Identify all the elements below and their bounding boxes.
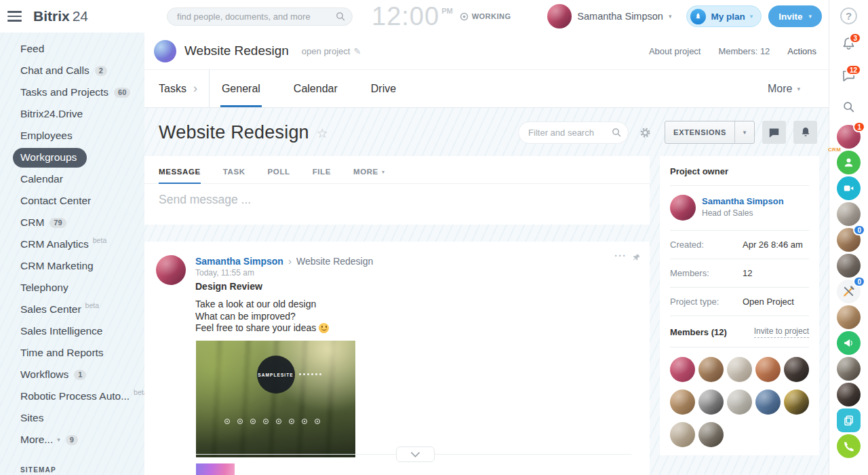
member-avatar[interactable] <box>727 390 752 415</box>
post-target-link[interactable]: Website Redesign <box>296 256 373 267</box>
message-input[interactable] <box>144 184 650 216</box>
global-search-input[interactable] <box>167 7 353 26</box>
sidebar-item-chat-and-calls[interactable]: Chat and Calls2 <box>0 60 144 81</box>
member-avatar[interactable] <box>698 357 724 382</box>
members-grid <box>670 347 809 447</box>
sidebar-item-calendar[interactable]: Calendar <box>0 168 144 190</box>
sidebar-item-contact-center[interactable]: Contact Center <box>0 190 144 212</box>
extensions-button[interactable]: EXTENSIONS ▾ <box>665 121 755 144</box>
clipboard-button[interactable] <box>837 408 861 432</box>
recent-contact[interactable] <box>837 383 861 406</box>
notifications-button[interactable]: 3 <box>841 36 856 52</box>
about-project-link[interactable]: About project <box>649 46 701 56</box>
member-avatar[interactable] <box>784 357 809 382</box>
invite-button[interactable]: Invite ▾ <box>768 5 822 27</box>
help-button[interactable]: ? <box>840 7 857 24</box>
recent-contact[interactable] <box>837 202 861 226</box>
user-menu[interactable]: Samantha Simpson ▾ <box>547 4 671 28</box>
project-type-link[interactable]: open project ✎ <box>302 46 361 56</box>
actions-link[interactable]: Actions <box>787 46 816 56</box>
tab-general[interactable]: General <box>220 70 262 107</box>
workgroup-header-row: Website Redesign ☆ EXTENSIONS ▾ <box>159 120 817 145</box>
owner-avatar[interactable] <box>670 195 696 221</box>
telephony-button[interactable] <box>837 434 861 458</box>
notification-badge: 12 <box>846 64 861 75</box>
burger-bar <box>7 11 22 13</box>
pin-icon[interactable] <box>631 252 642 263</box>
recent-contact[interactable]: 1 <box>837 125 861 149</box>
member-avatar[interactable] <box>727 357 752 382</box>
sidebar-item-crm[interactable]: CRM79 <box>0 212 144 233</box>
member-avatar[interactable] <box>670 390 695 415</box>
sites-quick-button[interactable]: 0 <box>837 280 861 303</box>
sidebar-item-employees[interactable]: Employees <box>0 125 144 147</box>
composer-tab-task[interactable]: TASK <box>223 168 245 183</box>
post-attachment-partial[interactable] <box>196 463 235 475</box>
samplesite-logo: SAMPLESITE <box>257 356 295 394</box>
sidebar-item-sales-center[interactable]: Sales Centerbeta <box>0 299 144 320</box>
member-avatar[interactable] <box>755 357 781 382</box>
avatar <box>837 305 861 329</box>
recent-contact[interactable]: 0 <box>837 228 861 252</box>
chevron-down-icon[interactable]: ▾ <box>734 121 754 143</box>
announcement-button[interactable] <box>837 331 861 355</box>
member-avatar[interactable] <box>670 422 695 447</box>
tab-tasks[interactable]: Tasks › <box>144 70 209 107</box>
post-image-preview[interactable]: SAMPLESITE <box>196 341 355 457</box>
composer-tab-poll[interactable]: POLL <box>268 168 290 183</box>
post-author-avatar[interactable] <box>156 255 186 285</box>
tab-more[interactable]: More ▾ <box>768 70 800 107</box>
invite-to-project-link[interactable]: Invite to project <box>754 326 809 338</box>
member-avatar[interactable] <box>698 422 724 447</box>
tab-calendar[interactable]: Calendar <box>292 70 339 107</box>
search-button[interactable] <box>842 100 856 114</box>
my-plan-button[interactable]: My plan ▾ <box>686 5 762 27</box>
post-menu-button[interactable]: ··· <box>614 250 627 261</box>
member-avatar[interactable] <box>670 357 695 382</box>
composer-tab-file[interactable]: FILE <box>313 168 331 183</box>
sidebar-item-workflows[interactable]: Workflows1 <box>0 364 144 385</box>
counter-badge: 0 <box>853 225 865 235</box>
tab-drive[interactable]: Drive <box>370 70 397 107</box>
app-logo[interactable]: Bitrix 24 <box>33 8 88 24</box>
messenger-button[interactable]: 12 <box>841 68 856 83</box>
worktime-clock[interactable]: 12:00 PM <box>372 3 453 30</box>
notifications-panel-button[interactable] <box>793 121 817 144</box>
info-row-value: 12 <box>743 268 752 278</box>
sidebar-item-feed[interactable]: Feed <box>0 38 144 60</box>
expand-post-button[interactable] <box>396 446 435 462</box>
chat-panel-button[interactable] <box>762 121 786 144</box>
favorite-star-icon[interactable]: ☆ <box>317 126 328 141</box>
sidebar-item-telephony[interactable]: Telephony <box>0 277 144 299</box>
sidebar-item-crm-analytics[interactable]: CRM Analyticsbeta <box>0 233 144 255</box>
sidebar-item-sales-intelligence[interactable]: Sales Intelligence <box>0 320 144 342</box>
member-avatar[interactable] <box>784 390 809 415</box>
sidebar-item-bitrix24-drive[interactable]: Bitrix24.Drive <box>0 103 144 125</box>
sitemap-link[interactable]: SITEMAP <box>20 466 56 474</box>
post-author-link[interactable]: Samantha Simpson <box>195 256 283 267</box>
sidebar-item-robotic-process-auto[interactable]: Robotic Process Auto...beta <box>0 385 144 407</box>
member-avatar[interactable] <box>698 390 724 415</box>
sidebar-item-sites[interactable]: Sites <box>0 407 144 429</box>
recent-contact[interactable] <box>837 305 861 329</box>
sidebar-item-more[interactable]: More...▾9 <box>0 429 144 451</box>
video-call-button[interactable] <box>837 176 861 200</box>
sidebar-item-workgroups[interactable]: Workgroups <box>13 148 87 168</box>
composer-tab-message[interactable]: MESSAGE <box>159 168 201 183</box>
sidebar-item-crm-marketing[interactable]: CRM Marketing <box>0 255 144 277</box>
sidebar-item-time-and-reports[interactable]: Time and Reports <box>0 342 144 364</box>
owner-name-link[interactable]: Samantha Simpson <box>702 196 784 206</box>
members-count-link[interactable]: Members: 12 <box>718 46 770 56</box>
work-status[interactable]: WORKING <box>460 12 511 21</box>
member-avatar[interactable] <box>755 390 781 415</box>
settings-gear-icon[interactable] <box>639 126 652 139</box>
sidebar-item-tasks-and-projects[interactable]: Tasks and Projects60 <box>0 81 144 103</box>
composer-tab-more[interactable]: MORE▾ <box>353 168 385 183</box>
crm-quick-button[interactable]: CRM <box>837 151 861 174</box>
recent-contact[interactable] <box>837 254 861 278</box>
recent-contact[interactable] <box>837 357 861 381</box>
menu-burger-icon[interactable] <box>7 11 22 22</box>
edit-pencil-icon[interactable]: ✎ <box>353 46 361 56</box>
chevron-right-icon: › <box>193 81 197 96</box>
sidebar-menu: FeedChat and Calls2Tasks and Projects60B… <box>0 38 144 451</box>
